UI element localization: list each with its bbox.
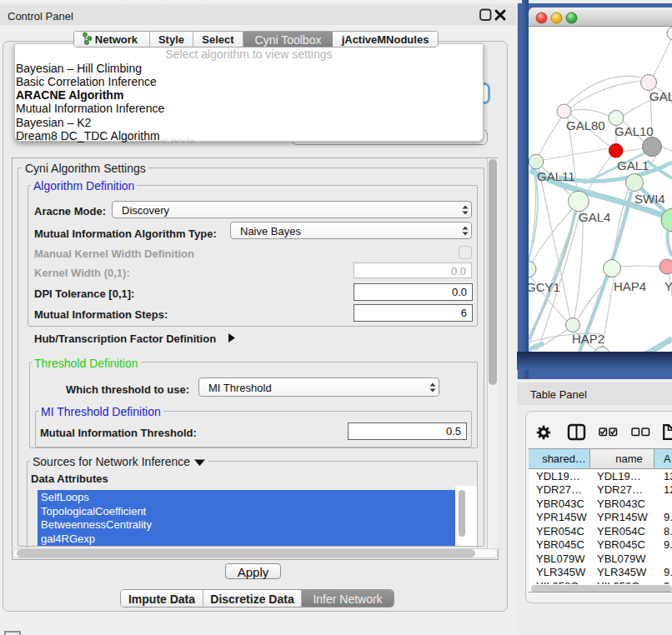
svg-text:GAL: GAL bbox=[649, 89, 672, 103]
svg-text:GAL1: GAL1 bbox=[617, 158, 649, 172]
svg-text:GAL11: GAL11 bbox=[537, 169, 575, 183]
svg-text:SWI4: SWI4 bbox=[634, 192, 665, 206]
svg-text:Y: Y bbox=[664, 279, 672, 293]
svg-text:GAL4: GAL4 bbox=[579, 210, 610, 224]
svg-text:HAP2: HAP2 bbox=[572, 332, 604, 346]
svg-text:HAP4: HAP4 bbox=[614, 279, 646, 293]
svg-text:GAL10: GAL10 bbox=[614, 124, 654, 138]
svg-text:GAL80: GAL80 bbox=[566, 118, 605, 132]
svg-text:GCY1: GCY1 bbox=[529, 280, 560, 294]
